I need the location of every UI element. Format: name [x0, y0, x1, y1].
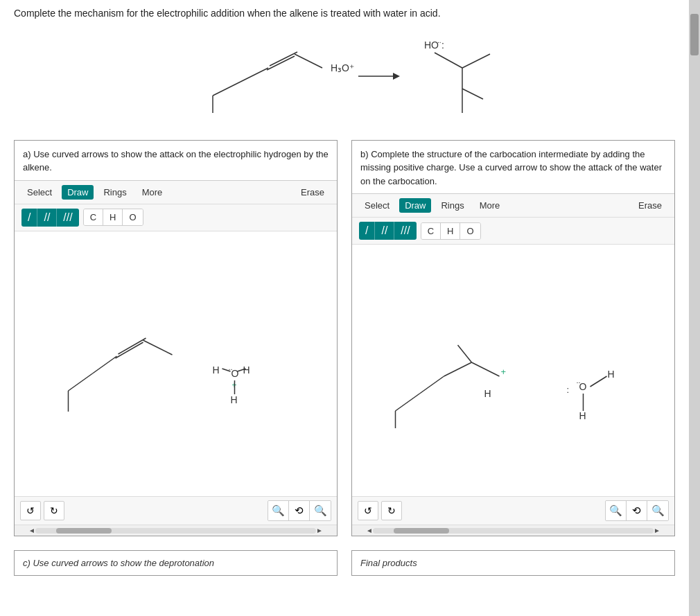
svg-line-11	[435, 53, 462, 68]
canvas-b: + H O .. : H H	[352, 245, 674, 494]
svg-line-3	[270, 52, 297, 66]
double-bond-b[interactable]: //	[375, 222, 394, 240]
erase-button-a[interactable]: Erase	[295, 185, 330, 200]
panels-row: a) Use curved arrows to show the attack …	[14, 140, 675, 537]
svg-line-16	[69, 373, 93, 391]
page-scrollbar[interactable]	[689, 0, 700, 616]
svg-line-12	[462, 54, 490, 68]
svg-text:H: H	[213, 364, 220, 376]
reaction-diagram: H₃O⁺ HO : ..	[14, 33, 675, 123]
scroll-thumb-b[interactable]	[394, 528, 449, 534]
erase-button-b[interactable]: Erase	[633, 198, 667, 213]
oxygen-btn-a[interactable]: O	[123, 209, 142, 225]
double-bond-a[interactable]: //	[37, 209, 57, 227]
panel-b-header: b) Complete the structure of the carboca…	[352, 141, 674, 195]
svg-text:+: +	[501, 367, 507, 377]
more-button-b[interactable]: More	[474, 198, 506, 213]
atom-buttons-a: C H O	[83, 209, 143, 226]
scroll-right-b[interactable]: ►	[654, 527, 660, 534]
single-bond-b[interactable]: /	[359, 222, 375, 240]
triple-bond-b[interactable]: ///	[394, 222, 416, 240]
svg-line-33	[444, 362, 472, 376]
panel-c: c) Use curved arrows to show the deproto…	[14, 550, 338, 576]
atom-buttons-b: C H O	[421, 222, 481, 240]
zoom-group-a: 🔍 ⟲ 🔍	[268, 500, 331, 521]
panel-a-header: a) Use curved arrows to show the attack …	[15, 141, 337, 181]
reaction-equation: H₃O⁺ HO : ..	[171, 33, 518, 123]
triple-bond-a[interactable]: ///	[57, 209, 78, 227]
bottom-panels-row: c) Use curved arrows to show the deproto…	[14, 550, 675, 576]
zoom-in-a[interactable]: 🔍	[268, 501, 289, 520]
scrollbar-h-b: ◄ ►	[352, 525, 674, 536]
svg-line-35	[458, 345, 472, 362]
scroll-thumb-a[interactable]	[56, 528, 112, 534]
scroll-right-a[interactable]: ►	[316, 527, 323, 534]
drawing-area-a[interactable]: O .. H H + H →	[15, 231, 337, 497]
bond-buttons-b: / // ///	[359, 222, 417, 240]
carbon-btn-a[interactable]: C	[84, 209, 103, 225]
svg-text:H: H	[484, 388, 491, 399]
zoom-out-b[interactable]: 🔍	[647, 501, 668, 520]
svg-text:H: H	[231, 394, 238, 405]
redo-button-a[interactable]: ↻	[44, 501, 64, 520]
single-bond-a[interactable]: /	[21, 209, 37, 227]
svg-text::: :	[567, 385, 570, 395]
select-button-b[interactable]: Select	[359, 198, 395, 213]
rings-button-a[interactable]: Rings	[98, 185, 132, 200]
zoom-group-b: 🔍 ⟲ 🔍	[605, 500, 669, 521]
svg-marker-8	[393, 73, 400, 80]
svg-line-34	[472, 362, 500, 376]
draw-button-b[interactable]: Draw	[399, 198, 431, 213]
main-content: Complete the mechanism for the electroph…	[0, 0, 689, 616]
scroll-track-a	[35, 528, 316, 534]
svg-text:H₃O⁺: H₃O⁺	[331, 62, 354, 73]
bottom-controls-b: ↺ ↻ 🔍 ⟲ 🔍	[352, 496, 674, 525]
scroll-track-b	[373, 528, 654, 534]
scrollbar-h-a: ◄ ►	[15, 525, 337, 536]
svg-line-2	[267, 56, 295, 70]
draw-button-a[interactable]: Draw	[62, 185, 94, 200]
canvas-a: O .. H H + H	[15, 231, 337, 446]
svg-line-15	[462, 89, 483, 99]
svg-line-19	[119, 338, 146, 354]
more-button-a[interactable]: More	[137, 185, 168, 200]
oxygen-btn-b[interactable]: O	[460, 223, 480, 239]
zoom-out-a[interactable]: 🔍	[310, 501, 331, 520]
undo-button-b[interactable]: ↺	[358, 501, 378, 520]
redo-button-b[interactable]: ↻	[381, 501, 402, 520]
svg-line-1	[240, 68, 268, 82]
rings-button-b[interactable]: Rings	[435, 198, 469, 213]
zoom-in-b[interactable]: 🔍	[606, 501, 627, 520]
undo-button-a[interactable]: ↺	[20, 501, 41, 520]
svg-text:..: ..	[437, 37, 441, 44]
svg-text:H: H	[579, 410, 586, 421]
scrollbar-thumb[interactable]	[690, 14, 699, 55]
question-header: Complete the mechanism for the electroph…	[14, 7, 675, 21]
svg-line-0	[213, 82, 240, 96]
svg-line-4	[295, 54, 322, 68]
panel-b: b) Complete the structure of the carboca…	[351, 140, 675, 537]
bottom-controls-a: ↺ ↻ 🔍 ⟲ 🔍	[15, 496, 337, 525]
drawing-area-b[interactable]: + H O .. : H H →	[352, 245, 674, 496]
carbon-btn-b[interactable]: C	[421, 223, 441, 239]
bond-toolbar-b: / // /// C H O	[352, 218, 674, 245]
zoom-reset-b[interactable]: ⟲	[627, 501, 647, 520]
hydrogen-btn-b[interactable]: H	[441, 223, 460, 239]
svg-text:..: ..	[229, 363, 233, 371]
svg-line-32	[420, 376, 444, 394]
svg-line-31	[396, 394, 420, 411]
svg-line-18	[116, 342, 143, 358]
svg-line-42	[590, 376, 607, 387]
select-button-a[interactable]: Select	[21, 185, 58, 200]
panel-a: a) Use curved arrows to show the attack …	[14, 140, 338, 537]
panel-c-title: c) Use curved arrows to show the deproto…	[23, 558, 329, 568]
svg-text:H: H	[243, 364, 250, 376]
bond-toolbar-a: / // /// C H O	[15, 204, 337, 231]
zoom-reset-a[interactable]: ⟲	[289, 501, 310, 520]
scroll-left-b[interactable]: ◄	[366, 527, 373, 534]
hydrogen-btn-a[interactable]: H	[103, 209, 123, 225]
scroll-left-a[interactable]: ◄	[28, 527, 35, 534]
svg-line-20	[143, 340, 173, 355]
svg-line-17	[93, 356, 117, 373]
panel-final: Final products	[351, 550, 675, 576]
